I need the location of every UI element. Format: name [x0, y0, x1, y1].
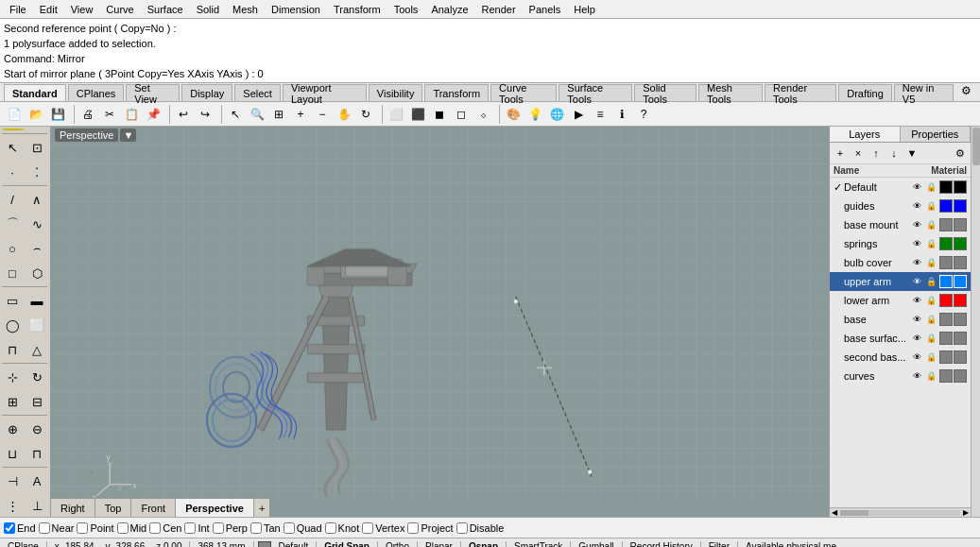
layer-down-icon[interactable]: ↓ [885, 145, 903, 162]
viewport-tab-top[interactable]: Top [95, 499, 132, 518]
layer-row-curves[interactable]: ✓ curves 👁 🔒 [830, 367, 971, 385]
layer-guides-visible[interactable]: 👁 [910, 199, 923, 213]
snap-int-checkbox[interactable] [184, 522, 196, 534]
layer-second-base-color[interactable] [939, 350, 953, 364]
rp-scroll-thumb[interactable] [972, 128, 980, 165]
tb-cut[interactable]: ✂ [99, 104, 120, 125]
layer-base-render-color[interactable] [954, 313, 967, 326]
tb-copy[interactable]: 📋 [121, 104, 142, 125]
tab-transform[interactable]: Transform [424, 84, 489, 101]
layer-base-surface-lock[interactable]: 🔒 [924, 332, 937, 345]
viewport-tab-front[interactable]: Front [131, 499, 176, 518]
tb-zoom-out[interactable]: − [312, 104, 333, 125]
layer-row-base-surface[interactable]: ✓ base surfac... 👁 🔒 [830, 329, 971, 348]
tb-rendered[interactable]: ◼ [429, 104, 450, 125]
layer-base-mount-color[interactable] [939, 218, 953, 231]
layer-row-bulb-cover[interactable]: ✓ bulb cover 👁 🔒 [830, 253, 971, 272]
tab-mesh-tools[interactable]: Mesh Tools [698, 84, 763, 101]
tool-line[interactable]: / [0, 187, 25, 212]
menu-curve[interactable]: Curve [100, 3, 139, 16]
tool-freeform[interactable]: ∿ [25, 212, 49, 236]
status-layer[interactable]: Default [275, 541, 313, 547]
tool-surface-extrude[interactable]: ▬ [25, 288, 49, 313]
tab-standard[interactable]: Standard [4, 84, 66, 101]
tool-sphere[interactable]: ◯ [0, 313, 25, 337]
layer-curves-visible[interactable]: 👁 [910, 369, 923, 383]
snap-vertex-checkbox[interactable] [362, 522, 373, 534]
toolbar-settings-icon[interactable]: ⚙ [955, 80, 976, 101]
layer-lower-arm-color[interactable] [939, 294, 953, 307]
snap-end-checkbox[interactable] [4, 522, 15, 534]
viewport-tab-right[interactable]: Right [51, 499, 95, 518]
layer-curves-lock[interactable]: 🔒 [924, 369, 937, 383]
tb-ghosted[interactable]: ◻ [451, 104, 472, 125]
tb-zoom-in[interactable]: + [290, 104, 311, 125]
viewport-tab-perspective[interactable]: Perspective [176, 499, 254, 518]
tool-fillet-edge[interactable]: ⊔ [0, 441, 25, 466]
viewport-perspective-label[interactable]: Perspective [55, 128, 118, 142]
snap-project-checkbox[interactable] [407, 522, 419, 534]
layer-row-springs[interactable]: ✓ springs 👁 🔒 [830, 234, 971, 253]
tb-environment[interactable]: 🌐 [546, 104, 567, 125]
layer-lower-arm-render-color[interactable] [954, 294, 967, 307]
layer-upper-arm-color[interactable] [939, 275, 953, 288]
tool-cone[interactable]: △ [25, 337, 49, 362]
tb-rotate[interactable]: ↻ [355, 104, 376, 125]
layer-lower-arm-visible[interactable]: 👁 [910, 294, 923, 307]
tool-cplane[interactable]: ⊥ [25, 493, 49, 517]
snap-point-checkbox[interactable] [77, 522, 88, 534]
layer-filter-icon[interactable]: ▼ [903, 145, 920, 162]
tb-open[interactable]: 📂 [26, 104, 46, 125]
tb-redo[interactable]: ↪ [195, 104, 215, 125]
layer-springs-color[interactable] [939, 237, 953, 250]
tb-undo[interactable]: ↩ [173, 104, 194, 125]
tb-wireframe[interactable]: ⬜ [386, 104, 406, 125]
tb-zoom-window[interactable]: 🔍 [247, 104, 267, 125]
menu-mesh[interactable]: Mesh [227, 3, 264, 16]
tab-render-tools[interactable]: Render Tools [765, 84, 836, 101]
menu-analyze[interactable]: Analyze [425, 3, 473, 16]
status-gumball[interactable]: Gumball [575, 541, 617, 547]
tb-save[interactable]: 💾 [47, 104, 68, 125]
tb-shaded[interactable]: ⬛ [407, 104, 428, 125]
tb-paste[interactable]: 📌 [143, 104, 163, 125]
tb-pan[interactable]: ✋ [334, 104, 354, 125]
layer-base-lock[interactable]: 🔒 [924, 313, 937, 326]
tool-polyline[interactable]: ∧ [25, 187, 49, 212]
tool-box[interactable]: ⬜ [25, 313, 49, 337]
layer-new-icon[interactable]: + [832, 145, 849, 162]
menu-help[interactable]: Help [568, 3, 601, 16]
rp-tab-layers[interactable]: Layers [830, 127, 901, 142]
tab-cplanes[interactable]: CPlanes [68, 84, 125, 101]
layer-bulb-cover-visible[interactable]: 👁 [910, 256, 923, 269]
tool-circle[interactable]: ○ [0, 236, 25, 261]
status-record-history[interactable]: Record History [627, 541, 696, 547]
tb-new[interactable]: 📄 [4, 104, 25, 125]
tool-boolean-diff[interactable]: ⊖ [25, 417, 49, 441]
status-smart-track[interactable]: SmartTrack [510, 541, 566, 547]
menu-view[interactable]: View [65, 3, 99, 16]
layer-springs-render-color[interactable] [954, 237, 967, 250]
tool-surface-plane[interactable]: ▭ [0, 288, 25, 313]
layer-base-visible[interactable]: 👁 [910, 313, 923, 326]
menu-dimension[interactable]: Dimension [266, 3, 326, 16]
layer-row-upper-arm[interactable]: ✓ upper arm 👁 🔒 [830, 272, 971, 291]
rp-hscroll-right-btn[interactable]: ▶ [961, 508, 971, 517]
rp-hscroll-thumb[interactable] [840, 510, 868, 516]
layer-springs-lock[interactable]: 🔒 [924, 237, 937, 250]
menu-file[interactable]: File [4, 3, 32, 16]
tb-select[interactable]: ↖ [225, 104, 246, 125]
tab-solid-tools[interactable]: Solid Tools [634, 84, 696, 101]
snap-cen-checkbox[interactable] [149, 522, 161, 534]
tool-select-region[interactable]: ⊡ [25, 135, 49, 160]
tool-select-arrow[interactable]: ↖ [0, 135, 25, 160]
tab-new-in-v5[interactable]: New in V5 [894, 84, 954, 101]
status-grid-snap[interactable]: Grid Snap [320, 541, 373, 547]
rp-hscroll-left-btn[interactable]: ◀ [830, 508, 839, 517]
snap-near-checkbox[interactable] [39, 522, 50, 534]
tb-zoom-extent[interactable]: ⊞ [268, 104, 289, 125]
snap-disable-checkbox[interactable] [456, 522, 468, 534]
tool-arc[interactable]: ⌢ [25, 236, 49, 261]
tool-chamfer-edge[interactable]: ⊓ [25, 441, 49, 466]
layer-guides-color[interactable] [939, 199, 953, 213]
